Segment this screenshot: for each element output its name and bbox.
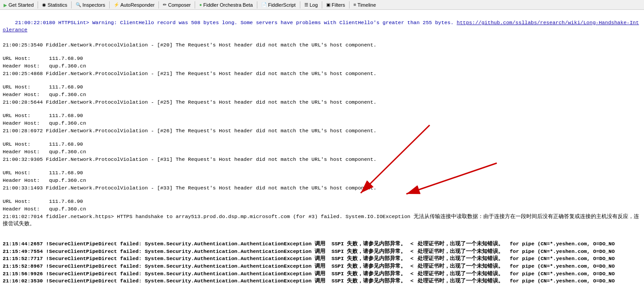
inspectors-button[interactable]: 🔍 Inspectors [73, 0, 108, 9]
inspectors-label: Inspectors [82, 2, 105, 8]
composer-icon: ✏ [163, 2, 166, 7]
get-started-button[interactable]: Get Started [1, 0, 36, 9]
log-empty-8 [3, 234, 641, 240]
log-entry-sspi-3: 21:15:52:7717 !SecureClientPipeDirect fa… [3, 255, 641, 263]
log-icon: ☰ [304, 2, 308, 7]
log-entry-sspi-2: 21:15:49:7554 !SecureClientPipeDirect fa… [3, 248, 641, 256]
separator-2 [71, 1, 72, 8]
composer-button[interactable]: ✏ Composer [160, 0, 193, 9]
log-entry-https: 21:01:02:7014 fiddler.network.https> HTT… [3, 213, 641, 228]
log-entry-hdr-6: Header Host: qup.f.360.cn [3, 206, 641, 213]
fiddlerscript-label: FiddlerScript [268, 2, 296, 8]
log-entry-url-6: URL Host: 111.7.68.90 [3, 198, 641, 206]
separator-9 [349, 1, 350, 8]
fiddler-orchestra-label: Fiddler Orchestra Beta [203, 2, 253, 8]
separator-1 [38, 1, 38, 8]
separator-5 [195, 1, 195, 8]
statistics-label: Statistics [47, 2, 67, 8]
log-entry-5: 21:00:32:9305 Fiddler.Network.ProtocolVi… [3, 156, 641, 164]
inspectors-icon: 🔍 [76, 2, 81, 7]
log-empty-1 [3, 49, 641, 55]
log-entry-4: 21:00:28:6972 Fiddler.Network.ProtocolVi… [3, 127, 641, 135]
fiddlerscript-button[interactable]: 📄 FiddlerScript [259, 0, 299, 9]
log-entry-url-5: URL Host: 111.7.68.90 [3, 169, 641, 177]
log-empty-5 [3, 163, 641, 169]
log-entry-url-1: URL Host: 111.7.68.90 [3, 55, 641, 63]
fiddlerscript-icon: 📄 [261, 2, 267, 7]
log-entry-sspi-4: 21:15:52:8967 !SecureClientPipeDirect fa… [3, 263, 641, 270]
autoresponder-icon: ⚡ [114, 2, 119, 7]
log-entry-2: 21:00:25:4868 Fiddler.Network.ProtocolVi… [3, 70, 641, 78]
log-entry-hdr-1: Header Host: qup.f.360.cn [3, 63, 641, 70]
log-label: Log [310, 2, 318, 8]
log-button[interactable]: ☰ Log [302, 0, 320, 9]
log-empty-3 [3, 106, 641, 112]
separator-6 [257, 1, 257, 8]
separator-3 [109, 1, 110, 8]
log-entry-hdr-3: Header Host: qup.f.360.cn [3, 120, 641, 127]
get-started-icon [4, 2, 7, 8]
log-entry-hdr-2: Header Host: qup.f.360.cn [3, 91, 641, 99]
fiddler-orchestra-icon: ● [199, 2, 202, 7]
log-entry-url-2: URL Host: 111.7.68.90 [3, 84, 641, 91]
log-entry-hdr-4: Header Host: qup.f.360.cn [3, 148, 641, 156]
log-entry-sspi-1: 21:15:44:2657 !SecureClientPipeDirect fa… [3, 240, 641, 248]
get-started-label: Get Started [9, 2, 34, 8]
filters-button[interactable]: ▣ Filters [324, 0, 348, 9]
filters-icon: ▣ [326, 2, 330, 7]
timeline-button[interactable]: ≡ Timeline [351, 0, 379, 9]
log-empty-7 [3, 228, 641, 234]
composer-label: Composer [168, 2, 191, 8]
filters-label: Filters [332, 2, 345, 8]
autoresponder-button[interactable]: ⚡ AutoResponder [111, 0, 157, 9]
log-empty-4 [3, 134, 641, 141]
separator-7 [300, 1, 300, 8]
log-area[interactable]: 21:00:22:0180 HTTPSLint> Warning: Client… [0, 10, 644, 290]
log-entry-sspi-5: 21:15:56:9926 !SecureClientPipeDirect fa… [3, 270, 641, 278]
statistics-button[interactable]: ◉ Statistics [39, 0, 70, 9]
fiddler-orchestra-button[interactable]: ● Fiddler Orchestra Beta [196, 0, 256, 9]
log-entry-url-3: URL Host: 111.7.68.90 [3, 112, 641, 120]
separator-4 [158, 1, 159, 8]
log-entry-0: 21:00:22:0180 HTTPSLint> Warning: Client… [3, 12, 641, 42]
log-empty-2 [3, 77, 641, 84]
log-entry-hdr-5: Header Host: qup.f.360.cn [3, 177, 641, 185]
separator-8 [322, 1, 322, 8]
toolbar: Get Started ◉ Statistics 🔍 Inspectors ⚡ … [0, 0, 644, 10]
log-entry-sspi-6: 21:16:02:3530 !SecureClientPipeDirect fa… [3, 277, 641, 285]
statistics-icon: ◉ [42, 2, 46, 7]
timeline-label: Timeline [358, 2, 376, 8]
log-entry-6: 21:00:33:1493 Fiddler.Network.ProtocolVi… [3, 185, 641, 192]
log-entry-url-4: URL Host: 111.7.68.90 [3, 141, 641, 148]
log-empty-6 [3, 192, 641, 198]
log-entry-1: 21:00:25:3540 Fiddler.Network.ProtocolVi… [3, 42, 641, 49]
log-entry-3: 21:00:28:5644 Fiddler.Network.ProtocolVi… [3, 99, 641, 106]
autoresponder-label: AutoResponder [120, 2, 154, 8]
timeline-icon: ≡ [354, 2, 356, 7]
